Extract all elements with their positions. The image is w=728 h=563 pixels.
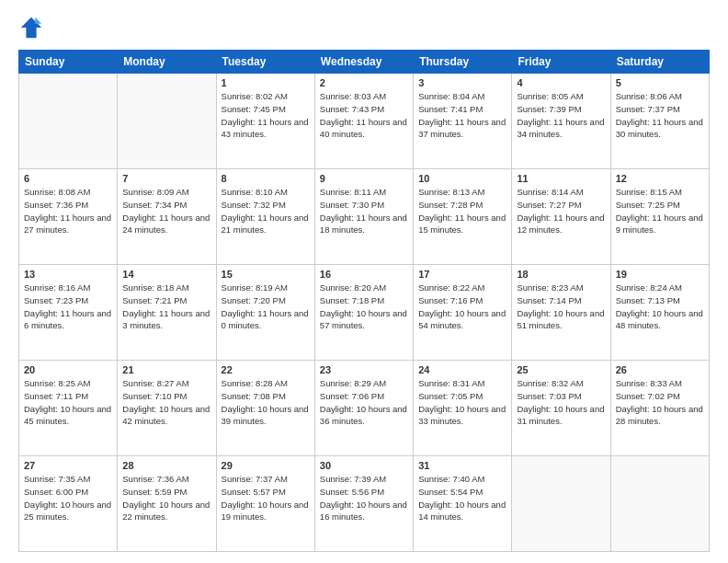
day-number: 10 — [418, 173, 506, 184]
day-number: 11 — [517, 173, 605, 184]
day-info: Sunrise: 7:39 AM Sunset: 5:56 PM Dayligh… — [320, 473, 408, 523]
day-info: Sunrise: 8:15 AM Sunset: 7:25 PM Dayligh… — [616, 186, 704, 236]
day-info: Sunrise: 8:02 AM Sunset: 7:45 PM Dayligh… — [222, 90, 310, 141]
day-number: 24 — [418, 364, 506, 375]
day-number: 15 — [222, 269, 310, 280]
day-number: 17 — [418, 269, 506, 280]
day-number: 14 — [122, 269, 210, 280]
calendar-cell: 25Sunrise: 8:32 AM Sunset: 7:03 PM Dayli… — [512, 361, 610, 456]
header — [18, 15, 710, 40]
calendar-cell: 24Sunrise: 8:31 AM Sunset: 7:05 PM Dayli… — [414, 361, 512, 456]
day-info: Sunrise: 8:27 AM Sunset: 7:10 PM Dayligh… — [122, 377, 210, 428]
calendar-cell: 13Sunrise: 8:16 AM Sunset: 7:23 PM Dayli… — [19, 265, 118, 361]
day-number: 26 — [616, 364, 704, 375]
calendar-cell: 11Sunrise: 8:14 AM Sunset: 7:27 PM Dayli… — [512, 169, 610, 265]
calendar-cell: 16Sunrise: 8:20 AM Sunset: 7:18 PM Dayli… — [314, 265, 413, 361]
day-number: 16 — [320, 269, 408, 280]
calendar-cell: 20Sunrise: 8:25 AM Sunset: 7:11 PM Dayli… — [19, 361, 118, 456]
day-info: Sunrise: 7:37 AM Sunset: 5:57 PM Dayligh… — [222, 473, 310, 523]
day-info: Sunrise: 8:33 AM Sunset: 7:02 PM Dayligh… — [616, 377, 704, 428]
calendar-cell: 15Sunrise: 8:19 AM Sunset: 7:20 PM Dayli… — [216, 265, 314, 361]
calendar-cell: 12Sunrise: 8:15 AM Sunset: 7:25 PM Dayli… — [610, 169, 709, 265]
calendar-cell — [19, 74, 118, 169]
calendar-cell: 18Sunrise: 8:23 AM Sunset: 7:14 PM Dayli… — [512, 265, 610, 361]
day-info: Sunrise: 8:24 AM Sunset: 7:13 PM Dayligh… — [616, 282, 704, 332]
weekday-monday: Monday — [118, 51, 216, 74]
day-number: 5 — [616, 77, 704, 88]
weekday-header-row: SundayMondayTuesdayWednesdayThursdayFrid… — [19, 51, 710, 74]
week-row-2: 6Sunrise: 8:08 AM Sunset: 7:36 PM Daylig… — [19, 169, 710, 265]
day-number: 28 — [122, 460, 210, 471]
day-number: 19 — [616, 269, 704, 280]
day-number: 9 — [320, 173, 408, 184]
weekday-thursday: Thursday — [414, 51, 512, 74]
day-number: 1 — [222, 77, 310, 88]
day-info: Sunrise: 8:06 AM Sunset: 7:37 PM Dayligh… — [616, 90, 704, 141]
calendar-table: SundayMondayTuesdayWednesdayThursdayFrid… — [18, 50, 710, 552]
day-info: Sunrise: 8:14 AM Sunset: 7:27 PM Dayligh… — [517, 186, 605, 236]
calendar-cell: 7Sunrise: 8:09 AM Sunset: 7:34 PM Daylig… — [118, 169, 216, 265]
calendar-cell: 31Sunrise: 7:40 AM Sunset: 5:54 PM Dayli… — [414, 456, 512, 552]
day-number: 20 — [24, 364, 112, 375]
calendar-cell: 28Sunrise: 7:36 AM Sunset: 5:59 PM Dayli… — [118, 456, 216, 552]
weekday-sunday: Sunday — [19, 51, 118, 74]
logo-icon — [18, 15, 44, 40]
svg-marker-1 — [35, 17, 41, 24]
day-number: 22 — [222, 364, 310, 375]
week-row-1: 1Sunrise: 8:02 AM Sunset: 7:45 PM Daylig… — [19, 74, 710, 169]
weekday-tuesday: Tuesday — [216, 51, 314, 74]
calendar-cell: 6Sunrise: 8:08 AM Sunset: 7:36 PM Daylig… — [19, 169, 118, 265]
calendar-cell: 29Sunrise: 7:37 AM Sunset: 5:57 PM Dayli… — [216, 456, 314, 552]
day-number: 21 — [122, 364, 210, 375]
day-info: Sunrise: 7:40 AM Sunset: 5:54 PM Dayligh… — [418, 473, 506, 523]
week-row-3: 13Sunrise: 8:16 AM Sunset: 7:23 PM Dayli… — [19, 265, 710, 361]
calendar-cell — [610, 456, 709, 552]
day-info: Sunrise: 8:20 AM Sunset: 7:18 PM Dayligh… — [320, 282, 408, 332]
calendar-cell: 23Sunrise: 8:29 AM Sunset: 7:06 PM Dayli… — [314, 361, 413, 456]
week-row-4: 20Sunrise: 8:25 AM Sunset: 7:11 PM Dayli… — [19, 361, 710, 456]
day-info: Sunrise: 8:23 AM Sunset: 7:14 PM Dayligh… — [517, 282, 605, 332]
day-number: 25 — [517, 364, 605, 375]
day-info: Sunrise: 8:32 AM Sunset: 7:03 PM Dayligh… — [517, 377, 605, 428]
day-info: Sunrise: 8:31 AM Sunset: 7:05 PM Dayligh… — [418, 377, 506, 428]
calendar-cell: 4Sunrise: 8:05 AM Sunset: 7:39 PM Daylig… — [512, 74, 610, 169]
calendar-cell — [512, 456, 610, 552]
day-info: Sunrise: 8:19 AM Sunset: 7:20 PM Dayligh… — [222, 282, 310, 332]
calendar-cell — [118, 74, 216, 169]
week-row-5: 27Sunrise: 7:35 AM Sunset: 6:00 PM Dayli… — [19, 456, 710, 552]
day-info: Sunrise: 8:09 AM Sunset: 7:34 PM Dayligh… — [122, 186, 210, 236]
calendar-cell: 9Sunrise: 8:11 AM Sunset: 7:30 PM Daylig… — [314, 169, 413, 265]
day-number: 6 — [24, 173, 112, 184]
day-info: Sunrise: 7:36 AM Sunset: 5:59 PM Dayligh… — [122, 473, 210, 523]
calendar-cell: 10Sunrise: 8:13 AM Sunset: 7:28 PM Dayli… — [414, 169, 512, 265]
day-info: Sunrise: 8:13 AM Sunset: 7:28 PM Dayligh… — [418, 186, 506, 236]
calendar-cell: 21Sunrise: 8:27 AM Sunset: 7:10 PM Dayli… — [118, 361, 216, 456]
weekday-saturday: Saturday — [610, 51, 709, 74]
day-number: 12 — [616, 173, 704, 184]
day-number: 7 — [122, 173, 210, 184]
day-number: 29 — [222, 460, 310, 471]
day-info: Sunrise: 7:35 AM Sunset: 6:00 PM Dayligh… — [24, 473, 112, 523]
calendar-cell: 3Sunrise: 8:04 AM Sunset: 7:41 PM Daylig… — [414, 74, 512, 169]
day-number: 3 — [418, 77, 506, 88]
calendar-cell: 17Sunrise: 8:22 AM Sunset: 7:16 PM Dayli… — [414, 265, 512, 361]
day-info: Sunrise: 8:25 AM Sunset: 7:11 PM Dayligh… — [24, 377, 112, 428]
calendar-cell: 27Sunrise: 7:35 AM Sunset: 6:00 PM Dayli… — [19, 456, 118, 552]
day-info: Sunrise: 8:10 AM Sunset: 7:32 PM Dayligh… — [222, 186, 310, 236]
weekday-friday: Friday — [512, 51, 610, 74]
day-info: Sunrise: 8:03 AM Sunset: 7:43 PM Dayligh… — [320, 90, 408, 141]
logo — [18, 15, 48, 40]
day-number: 30 — [320, 460, 408, 471]
calendar-cell: 19Sunrise: 8:24 AM Sunset: 7:13 PM Dayli… — [610, 265, 709, 361]
calendar-cell: 14Sunrise: 8:18 AM Sunset: 7:21 PM Dayli… — [118, 265, 216, 361]
day-number: 13 — [24, 269, 112, 280]
day-number: 23 — [320, 364, 408, 375]
day-info: Sunrise: 8:18 AM Sunset: 7:21 PM Dayligh… — [122, 282, 210, 332]
day-info: Sunrise: 8:29 AM Sunset: 7:06 PM Dayligh… — [320, 377, 408, 428]
day-number: 31 — [418, 460, 506, 471]
day-info: Sunrise: 8:16 AM Sunset: 7:23 PM Dayligh… — [24, 282, 112, 332]
page: SundayMondayTuesdayWednesdayThursdayFrid… — [0, 0, 728, 563]
day-number: 27 — [24, 460, 112, 471]
calendar-cell: 26Sunrise: 8:33 AM Sunset: 7:02 PM Dayli… — [610, 361, 709, 456]
day-info: Sunrise: 8:28 AM Sunset: 7:08 PM Dayligh… — [222, 377, 310, 428]
